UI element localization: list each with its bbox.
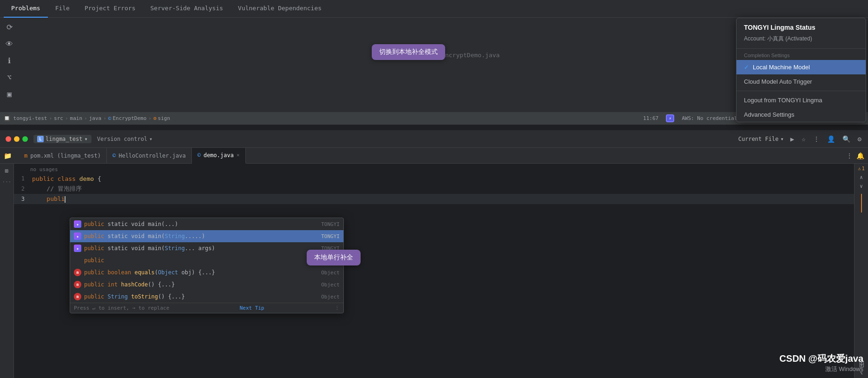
panel-gap — [0, 125, 868, 130]
code-editor[interactable]: no usages 1 public class demo { 2 // 冒泡排… — [14, 164, 854, 378]
folder-toggle[interactable]: 📁 — [4, 152, 12, 159]
project-name-badge[interactable]: L lingma_test ▾ — [33, 135, 92, 143]
java-icon-demo: © — [197, 152, 201, 159]
ac-item-7[interactable]: m public String toString() {...} Object — [70, 291, 343, 303]
tab-demo-label: demo.java — [204, 152, 234, 159]
scroll-indicator — [861, 194, 862, 212]
ac-source-7: Object — [321, 294, 340, 300]
current-file-btn[interactable]: Current File ▾ — [738, 136, 784, 142]
csdn-sub: 激活 Windows — [779, 365, 863, 373]
completion-settings-label: Completion Settings — [736, 51, 866, 60]
ac-item-3[interactable]: ✦ public static void main(String... args… — [70, 242, 343, 254]
tab-demo-java[interactable]: © demo.java × — [192, 148, 246, 164]
tongyi-dropdown-title: TONGYI Lingma Status — [736, 18, 866, 34]
user-icon[interactable]: 👤 — [826, 134, 836, 144]
chevron-down-icon[interactable]: ∨ — [860, 183, 863, 189]
editor-left-sidebar: ⊞ ··· — [0, 164, 14, 378]
check-icon: ✓ — [744, 64, 749, 71]
menu-cloud-model[interactable]: Cloud Model Auto Trigger — [736, 74, 866, 89]
ac-icon-error-3: m — [74, 293, 81, 300]
ac-icon-tongyi-3: ✦ — [74, 245, 81, 252]
current-file-label: Current File — [738, 136, 779, 142]
ac-label-1: public static void main(...) — [84, 221, 318, 227]
tab-project-errors[interactable]: Project Errors — [77, 0, 143, 18]
menu-advanced[interactable]: Advanced Settings — [736, 107, 866, 122]
problems-panel: Problems File Project Errors Server-Side… — [0, 0, 868, 125]
project-chevron: ▾ — [84, 136, 87, 142]
ac-more-icon[interactable]: ⋮ — [335, 305, 340, 311]
maximize-button[interactable] — [22, 136, 28, 142]
ln-1: 1 — [14, 175, 30, 182]
tab-close-demo[interactable]: × — [237, 152, 240, 158]
tooltip-local-complete: 本地单行补全 — [307, 250, 361, 265]
ln-3: 3 — [14, 196, 30, 202]
ac-source-6: Object — [321, 282, 340, 288]
version-control-btn[interactable]: Version control ▾ — [97, 136, 153, 142]
ac-icon-tongyi-1: ✦ — [74, 220, 81, 228]
tongyi-status-button[interactable]: ⚡ — [666, 114, 674, 122]
java-icon-hello: © — [112, 153, 116, 159]
info-icon[interactable]: ℹ — [4, 55, 15, 66]
bc-java: java — [89, 115, 102, 121]
tab-vulnerable-deps[interactable]: Vulnerable Dependencies — [230, 0, 329, 18]
settings-icon[interactable]: ⚙ — [857, 134, 862, 144]
breadcrumb: 🔲 tongyi-test › src › main › java › © En… — [4, 115, 639, 121]
menu-local-machine[interactable]: ✓ Local Machine Model — [736, 60, 866, 74]
lc-3: publi — [30, 195, 854, 203]
code-line-3: 3 publi — [14, 194, 854, 204]
bc-project: 🔲 tongyi-test — [4, 115, 47, 121]
tooltip-switch-mode: 切换到本地补全模式 — [372, 44, 445, 60]
tongyi-account: Account: 小真真 (Activated) — [736, 34, 866, 46]
ac-source-1: TONGYI — [321, 221, 340, 227]
tab-more-icon[interactable]: ⋮ — [846, 152, 853, 159]
tab-hello-controller[interactable]: © HelloController.java — [107, 148, 192, 164]
ac-next-tip[interactable]: Next Tip — [240, 305, 264, 311]
tab-pom-xml[interactable]: m pom.xml (lingma_test) — [19, 148, 107, 164]
ac-footer: Press ↵ to insert, → to replace Next Tip… — [70, 303, 343, 313]
bc-class: © EncryptDemo — [108, 115, 146, 121]
star-icon[interactable]: ☆ — [801, 134, 806, 144]
code-line-1: 1 public class demo { — [14, 173, 854, 184]
menu-cloud-label: Cloud Model Auto Trigger — [744, 78, 812, 85]
lc-2: // 冒泡排序 — [30, 185, 854, 193]
ac-item-2[interactable]: ✦ public static void main(String.....) T… — [70, 230, 343, 242]
menu-advanced-label: Advanced Settings — [744, 111, 794, 118]
git-icon[interactable]: ⌥ — [4, 72, 15, 83]
tab-file[interactable]: File — [48, 0, 77, 18]
ac-item-4[interactable]: public — [70, 254, 343, 266]
traffic-lights — [6, 136, 28, 142]
bell-icon[interactable]: 🔔 — [856, 152, 864, 159]
block-icon[interactable]: ▣ — [4, 88, 15, 99]
close-button[interactable] — [6, 136, 11, 142]
ac-label-2: public static void main(String.....) — [84, 233, 318, 239]
tab-right-icons: ⋮ 🔔 — [846, 152, 868, 159]
ac-item-6[interactable]: m public int hashCode() {...} Object — [70, 279, 343, 291]
editor-area: ⊞ ··· no usages 1 public class demo { 2 … — [0, 164, 868, 378]
eye-icon[interactable]: 👁 — [4, 38, 15, 49]
ac-item-1[interactable]: ✦ public static void main(...) TONGYI — [70, 218, 343, 230]
run-icon[interactable]: ▶ — [789, 134, 795, 144]
search-icon[interactable]: 🔍 — [842, 134, 851, 144]
autocomplete-popup: ✦ public static void main(...) TONGYI ✦ … — [70, 218, 344, 313]
minimize-button[interactable] — [14, 136, 20, 142]
ac-icon-tongyi-2: ✦ — [74, 232, 81, 240]
tab-pom-label: pom.xml (lingma_test) — [30, 153, 101, 159]
ln-2: 2 — [14, 186, 30, 192]
refresh-icon[interactable]: ⟳ — [4, 21, 15, 33]
ac-source-2: TONGYI — [321, 233, 340, 239]
ac-label-6: public int hashCode() {...} — [84, 281, 318, 288]
tab-server-analysis[interactable]: Server-Side Analysis — [143, 0, 231, 18]
more-icon[interactable]: ⋮ — [812, 134, 821, 144]
ide-titlebar: L lingma_test ▾ Version control ▾ Curren… — [0, 130, 868, 148]
ac-icon-error-2: m — [74, 281, 81, 288]
ac-item-5[interactable]: m public boolean equals(Object obj) {...… — [70, 266, 343, 279]
menu-local-label: Local Machine Model — [753, 64, 810, 71]
chevron-up-icon[interactable]: ∧ — [860, 174, 863, 180]
menu-logout[interactable]: Logout from TONGYI Lingma — [736, 93, 866, 107]
csdn-watermark: CSDN @码农爱java 激活 Windows — [779, 352, 863, 373]
bc-method: ⚙ sign — [153, 115, 170, 121]
structure-icon[interactable]: ⊞ — [5, 167, 9, 174]
ac-label-7: public String toString() {...} — [84, 293, 318, 300]
tab-problems[interactable]: Problems — [4, 0, 48, 18]
lc-1: public class demo { — [30, 175, 854, 182]
